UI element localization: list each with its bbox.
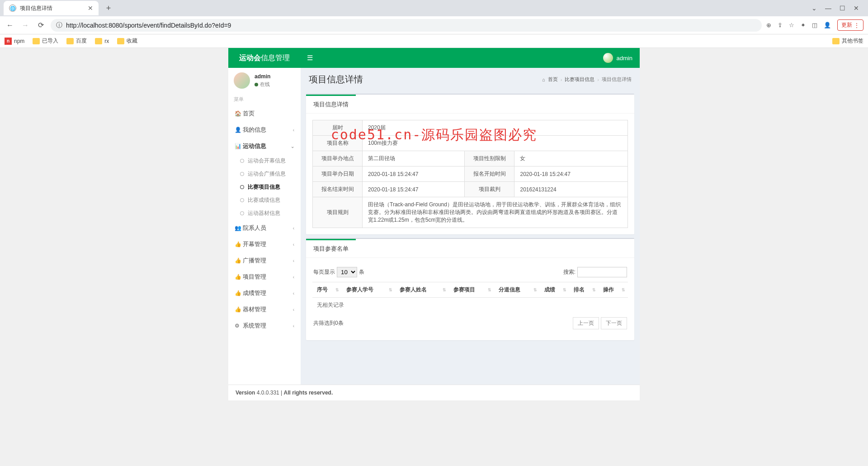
chevron-left-icon: ‹	[293, 323, 294, 328]
sidebar-item-myinfo[interactable]: 👤我的信息‹	[228, 122, 301, 138]
sub-item-score[interactable]: 比赛成绩信息	[234, 194, 301, 207]
tab-participants[interactable]: 项目参赛名单	[306, 239, 356, 257]
menu-header: 菜单	[228, 93, 301, 105]
value-gender: 女	[514, 151, 628, 166]
value-venue: 第二田径场	[363, 151, 465, 166]
col-lane[interactable]: 分道信息⇅	[494, 282, 540, 298]
chevron-left-icon: ‹	[293, 226, 294, 231]
header-username: admin	[617, 55, 632, 62]
data-table: 序号⇅ 参赛人学号⇅ 参赛人姓名⇅ 参赛项目⇅ 分道信息⇅ 成绩⇅ 排名⇅ 操作…	[312, 282, 628, 313]
label-date: 项目举办日期	[313, 166, 363, 182]
panel-icon[interactable]: ◫	[812, 22, 817, 29]
thumb-icon: 👍	[235, 274, 243, 280]
col-name[interactable]: 参赛人姓名⇅	[395, 282, 448, 298]
sidebar-item-broadcast-mgmt[interactable]: 👍广播管理‹	[228, 252, 301, 269]
sort-icon: ⇅	[488, 288, 491, 292]
sub-item-event[interactable]: 比赛项目信息	[234, 181, 301, 194]
header-user[interactable]: admin	[603, 53, 640, 63]
crumb-home[interactable]: 首页	[548, 76, 558, 83]
dt-info: 共筛选到0条	[313, 319, 344, 327]
update-button[interactable]: 更新⋮	[837, 19, 863, 31]
star-icon[interactable]: ☆	[789, 22, 794, 29]
sidebar-item-system[interactable]: ⚙系统管理‹	[228, 318, 301, 334]
length-suffix: 条	[359, 268, 364, 276]
sub-item-equipment[interactable]: 运动器材信息	[234, 207, 301, 220]
user-panel: admin 在线	[228, 68, 301, 93]
prev-button[interactable]: 上一页	[573, 317, 599, 329]
detail-table: 届时 2020届 项目名称 100m接力赛 项目举办地点 第二田径场 项目性别限…	[312, 120, 628, 228]
search-input[interactable]	[577, 267, 627, 277]
sidebar-item-equipment-mgmt[interactable]: 👍器材管理‹	[228, 301, 301, 318]
new-tab-button[interactable]: +	[102, 2, 115, 14]
maximize-icon[interactable]: ☐	[840, 5, 845, 12]
value-session: 2020届	[363, 120, 628, 136]
value-regend: 2020-01-18 15:24:47	[363, 182, 465, 197]
menu-toggle-icon[interactable]: ☰	[301, 54, 319, 62]
empty-row: 无相关记录	[312, 298, 628, 313]
col-event[interactable]: 参赛项目⇅	[449, 282, 495, 298]
home-icon: 🏠	[235, 110, 243, 117]
sort-icon: ⇅	[443, 288, 446, 292]
dt-controls: 每页显示 10 条 搜索:	[312, 264, 628, 282]
next-button[interactable]: 下一页	[601, 317, 627, 329]
bookmark-imported[interactable]: 已导入	[33, 37, 58, 45]
circle-icon	[240, 159, 244, 163]
url-input[interactable]: ⓘ http://localhost:8080/sports/event/fin…	[51, 19, 762, 32]
sort-icon: ⇅	[592, 288, 596, 292]
value-referee: 201624131224	[514, 182, 628, 197]
share-icon[interactable]: ⇪	[778, 22, 783, 29]
sub-item-broadcast[interactable]: 运动会广播信息	[234, 167, 301, 181]
bookmark-npm[interactable]: nnpm	[5, 38, 24, 45]
sidebar-item-department[interactable]: 👥院系人员‹	[228, 220, 301, 236]
chevron-down-icon[interactable]: ⌄	[811, 5, 817, 12]
extensions-icon[interactable]: ✦	[801, 22, 806, 29]
folder-icon	[33, 38, 40, 44]
bookmark-rx[interactable]: rx	[95, 38, 109, 44]
dashboard-icon: ⌂	[542, 77, 545, 82]
app-body: admin 在线 菜单 🏠首页 👤我的信息‹ 📊运动信息⌄ 运动会开幕信息 运动…	[228, 68, 640, 385]
sidebar-item-home[interactable]: 🏠首页	[228, 105, 301, 122]
label-gender: 项目性别限制	[465, 151, 514, 166]
sidebar-item-score-mgmt[interactable]: 👍成绩管理‹	[228, 285, 301, 301]
other-bookmarks[interactable]: 其他书签	[832, 37, 863, 45]
label-venue: 项目举办地点	[313, 151, 363, 166]
browser-chrome: 🌐 项目信息详情 ✕ + ⌄ — ☐ ✕ ← → ⟳ ⓘ http://loca…	[0, 0, 868, 48]
reload-button[interactable]: ⟳	[35, 20, 46, 31]
folder-icon	[95, 38, 102, 44]
col-id[interactable]: 参赛人学号⇅	[342, 282, 395, 298]
tab-details[interactable]: 项目信息详情	[306, 95, 356, 113]
profile-icon[interactable]: 👤	[824, 22, 831, 29]
logo[interactable]: 运动会信息管理	[228, 53, 301, 63]
chevron-left-icon: ‹	[293, 258, 294, 263]
viewport: 运动会信息管理 ☰ admin admin 在线 菜单 🏠首页 👤我的信	[0, 48, 868, 400]
bookmark-baidu[interactable]: 百度	[66, 37, 87, 45]
col-rank[interactable]: 排名⇅	[569, 282, 599, 298]
sub-item-opening[interactable]: 运动会开幕信息	[234, 154, 301, 167]
users-icon: 👥	[235, 225, 243, 231]
minimize-icon[interactable]: —	[825, 5, 831, 12]
crumb-event[interactable]: 比赛项目信息	[565, 76, 594, 83]
length-select[interactable]: 10	[337, 267, 357, 277]
close-icon[interactable]: ✕	[88, 5, 93, 12]
chevron-down-icon: ⌄	[291, 144, 294, 149]
col-index[interactable]: 序号⇅	[312, 282, 342, 298]
browser-tab[interactable]: 🌐 项目信息详情 ✕	[4, 1, 99, 15]
value-name: 100m接力赛	[363, 136, 628, 151]
sort-icon: ⇅	[622, 288, 625, 292]
zoom-icon[interactable]: ⊕	[766, 22, 771, 29]
sidebar-item-sports[interactable]: 📊运动信息⌄	[228, 138, 301, 154]
submenu-sports: 运动会开幕信息 运动会广播信息 比赛项目信息 比赛成绩信息 运动器材信息	[228, 154, 301, 220]
tabs: 项目信息详情	[306, 95, 634, 114]
value-date: 2020-01-18 15:24:47	[363, 166, 465, 182]
close-window-icon[interactable]: ✕	[854, 5, 859, 12]
sidebar-item-event-mgmt[interactable]: 👍项目管理‹	[228, 269, 301, 285]
gear-icon: ⚙	[235, 323, 243, 329]
col-action[interactable]: 操作⇅	[599, 282, 628, 298]
back-button[interactable]: ←	[5, 20, 15, 31]
forward-button[interactable]: →	[20, 20, 31, 31]
window-controls: ⌄ — ☐ ✕	[811, 5, 864, 12]
col-score[interactable]: 成绩⇅	[540, 282, 569, 298]
sidebar-item-opening-mgmt[interactable]: 👍开幕管理‹	[228, 236, 301, 252]
bookmark-collection[interactable]: 收藏	[117, 37, 137, 45]
thumb-icon: 👍	[235, 257, 243, 264]
